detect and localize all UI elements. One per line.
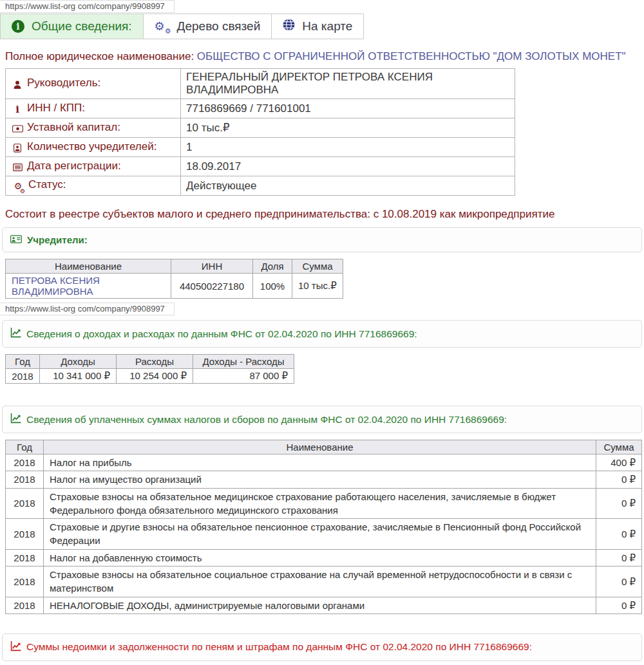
tab-label: На карте [302, 19, 352, 33]
tab-label: Общие сведения: [32, 19, 132, 33]
column-header: Доходы - Расходы [193, 355, 294, 369]
column-header: Год [6, 440, 44, 454]
tax-name: НЕНАЛОГОВЫЕ ДОХОДЫ, администрируемые нал… [44, 597, 596, 613]
column-header: Сумма [596, 440, 642, 454]
full-name-label: Полное юридическое наименование: [5, 50, 194, 62]
tax-sum: 0 ₽ [596, 597, 642, 613]
globe-icon [283, 19, 295, 34]
inn-kpp-value: 7716869669 / 771601001 [181, 99, 515, 118]
table-row: 2018 НЕНАЛОГОВЫЕ ДОХОДЫ, администрируемы… [6, 597, 642, 613]
table-row: iИНН / КПП: 7716869669 / 771601001 [6, 99, 515, 118]
table-row: 2018 Налог на прибыль 400 ₽ [6, 454, 642, 471]
table-row: 2018 Налог на имущество организаций 0 ₽ [6, 471, 642, 488]
table-row: ПЕТРОВА КСЕНИЯ ВЛАДИМИРОВНА 440500227180… [6, 274, 343, 299]
tax-name: Страховые взносы на обязательное социаль… [44, 567, 596, 597]
table-row: 2018 Налог на добавленную стоимость 0 ₽ [6, 549, 642, 566]
tax-name: Налог на добавленную стоимость [44, 549, 596, 566]
info-label: Статус: [28, 178, 66, 191]
chart-line-icon [10, 413, 21, 426]
tax-year: 2018 [6, 454, 44, 471]
founder-share: 100% [253, 274, 292, 299]
status-bar: https://www.list-org com/company/9908997 [0, 303, 644, 314]
diff-value: 87 000 ₽ [193, 369, 294, 384]
info-label: Руководитель: [27, 77, 100, 89]
info-label: Уставной капитал: [27, 121, 120, 133]
info-label: Количество учредителей: [27, 140, 156, 153]
director-link[interactable]: ГЕНЕРАЛЬНЫЙ ДИРЕКТОР ПЕТРОВА КСЕНИЯ ВЛАД… [181, 69, 515, 99]
column-header: Наименование [44, 440, 596, 454]
tax-year: 2018 [6, 471, 44, 488]
tax-sum: 0 ₽ [596, 488, 642, 519]
registration-date-value: 18.09.2017 [181, 157, 515, 176]
tax-year: 2018 [6, 597, 44, 613]
status-gears-icon: ⚙⚙ [11, 179, 25, 193]
column-header: Сумма [292, 259, 343, 274]
expense-value: 10 254 000 ₽ [117, 369, 193, 384]
capital-value: 10 тыс.₽ [181, 118, 515, 138]
founders-count-icon [11, 142, 24, 155]
table-row: Дата регистрации: 18.09.2017 [6, 157, 515, 176]
taxes-heading-panel: Сведения об уплаченных суммах налогов и … [2, 406, 642, 433]
founder-inn: 440500227180 [171, 274, 253, 299]
penalties-heading: Суммы недоимки и задолженности по пеням … [26, 641, 532, 653]
gears-icon: ⚙⚙ [155, 19, 170, 33]
tax-sum: 0 ₽ [596, 471, 642, 488]
info-label: ИНН / КПП: [27, 102, 85, 114]
info-icon: i [11, 104, 24, 115]
founder-link[interactable]: ПЕТРОВА КСЕНИЯ ВЛАДИМИРОВНА [12, 275, 100, 297]
tax-year: 2018 [6, 519, 44, 550]
column-header: Доходы [40, 355, 117, 369]
money-icon [11, 122, 24, 135]
tax-year: 2018 [6, 549, 44, 566]
user-icon [11, 78, 24, 91]
tax-name: Страховые и другие взносы на обязательно… [44, 519, 596, 550]
income-year: 2018 [6, 369, 40, 384]
founders-heading: Учредители: [27, 234, 88, 245]
calendar-icon [11, 161, 24, 174]
income-heading-panel: Сведения о доходах и расходах по данным … [2, 320, 642, 348]
smb-registry-line: Состоит в реестре субъектов малого и сре… [5, 208, 639, 221]
tab-bar: i Общие сведения: ⚙⚙ Дерево связей На ка… [0, 14, 644, 39]
info-label: Дата регистрации: [27, 160, 121, 172]
tax-name: Страховые взносы на обязательное медицин… [44, 488, 596, 519]
taxes-table: Год Наименование Сумма 2018 Налог на при… [5, 440, 642, 614]
tax-sum: 0 ₽ [596, 567, 642, 597]
table-row: ⚙⚙Статус: Действующее [6, 176, 515, 196]
info-circle-icon: i [12, 20, 24, 33]
company-info-table: Руководитель: ГЕНЕРАЛЬНЫЙ ДИРЕКТОР ПЕТРО… [5, 68, 515, 196]
chart-line-icon [10, 327, 21, 341]
column-header: Расходы [117, 355, 193, 369]
tab-on-map[interactable]: На карте [272, 14, 364, 39]
status-bar-url: https://www.list-org com/company/9908997 [0, 0, 175, 13]
id-card-icon [10, 234, 22, 245]
status-value: Действующее [181, 176, 515, 196]
column-header: Год [6, 355, 40, 369]
table-row: 2018 10 341 000 ₽ 10 254 000 ₽ 87 000 ₽ [6, 369, 294, 384]
table-row: 2018 Страховые взносы на обязательное ме… [6, 488, 642, 519]
full-name-line: Полное юридическое наименование: ОБЩЕСТВ… [5, 50, 639, 63]
table-row: Количество учредителей: 1 [6, 138, 515, 157]
founders-table: Наименование ИНН Доля Сумма ПЕТРОВА КСЕН… [5, 259, 343, 299]
column-header: Наименование [6, 259, 171, 274]
founders-heading-panel: Учредители: [2, 227, 642, 252]
taxes-heading: Сведения об уплаченных суммах налогов и … [26, 414, 507, 426]
chart-line-icon [10, 641, 21, 654]
income-heading: Сведения о доходах и расходах по данным … [26, 328, 417, 340]
penalties-heading-panel: Суммы недоимки и задолженности по пеням … [2, 633, 642, 661]
tax-sum: 0 ₽ [596, 519, 642, 550]
income-table: Год Доходы Расходы Доходы - Расходы 2018… [5, 354, 294, 384]
tax-sum: 400 ₽ [596, 454, 642, 471]
tax-name: Налог на имущество организаций [44, 471, 596, 488]
income-value: 10 341 000 ₽ [40, 369, 117, 384]
table-row: Уставной капитал: 10 тыс.₽ [6, 118, 515, 138]
table-row: Руководитель: ГЕНЕРАЛЬНЫЙ ДИРЕКТОР ПЕТРО… [6, 69, 515, 99]
tax-year: 2018 [6, 567, 44, 597]
table-row: 2018 Страховые и другие взносы на обязат… [6, 519, 642, 550]
tab-relations-tree[interactable]: ⚙⚙ Дерево связей [144, 14, 272, 39]
table-row: 2018 Страховые взносы на обязательное со… [6, 567, 642, 597]
column-header: ИНН [171, 259, 253, 274]
tab-general-info[interactable]: i Общие сведения: [0, 14, 144, 39]
founder-sum: 10 тыс.₽ [292, 274, 343, 299]
tax-year: 2018 [6, 488, 44, 519]
company-name: ОБЩЕСТВО С ОГРАНИЧЕННОЙ ОТВЕТСТВЕННОСТЬЮ… [197, 50, 626, 62]
